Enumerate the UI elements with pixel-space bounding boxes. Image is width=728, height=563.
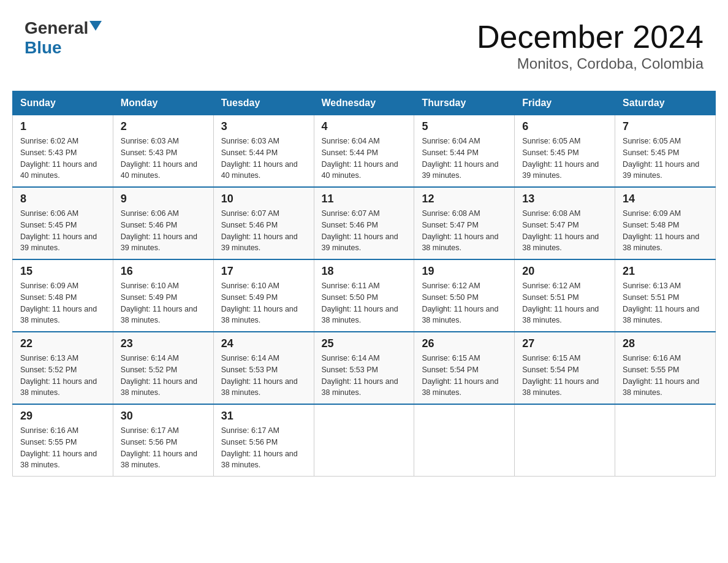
day-number: 5	[422, 120, 507, 133]
calendar-table: SundayMondayTuesdayWednesdayThursdayFrid…	[12, 91, 716, 477]
day-info: Sunrise: 6:07 AMSunset: 5:46 PMDaylight:…	[322, 208, 407, 254]
calendar-cell: 24Sunrise: 6:14 AMSunset: 5:53 PMDayligh…	[213, 332, 314, 404]
col-header-friday: Friday	[515, 91, 615, 115]
day-info: Sunrise: 6:11 AMSunset: 5:50 PMDaylight:…	[322, 280, 407, 326]
day-info: Sunrise: 6:17 AMSunset: 5:56 PMDaylight:…	[121, 425, 206, 471]
day-number: 9	[121, 193, 206, 205]
day-number: 19	[422, 265, 507, 278]
calendar-cell: 2Sunrise: 6:03 AMSunset: 5:43 PMDaylight…	[113, 115, 213, 188]
calendar-cell: 15Sunrise: 6:09 AMSunset: 5:48 PMDayligh…	[13, 259, 113, 332]
calendar-cell: 17Sunrise: 6:10 AMSunset: 5:49 PMDayligh…	[213, 259, 314, 332]
day-info: Sunrise: 6:05 AMSunset: 5:45 PMDaylight:…	[623, 136, 708, 182]
calendar-cell: 31Sunrise: 6:17 AMSunset: 5:56 PMDayligh…	[213, 404, 314, 477]
day-info: Sunrise: 6:14 AMSunset: 5:53 PMDaylight:…	[322, 353, 407, 399]
day-number: 12	[422, 193, 507, 205]
calendar-cell: 19Sunrise: 6:12 AMSunset: 5:50 PMDayligh…	[414, 259, 515, 332]
day-number: 29	[20, 410, 105, 423]
day-info: Sunrise: 6:16 AMSunset: 5:55 PMDaylight:…	[20, 425, 105, 471]
calendar-cell: 8Sunrise: 6:06 AMSunset: 5:45 PMDaylight…	[13, 187, 113, 259]
calendar-cell: 22Sunrise: 6:13 AMSunset: 5:52 PMDayligh…	[13, 332, 113, 404]
calendar-cell: 6Sunrise: 6:05 AMSunset: 5:45 PMDaylight…	[515, 115, 615, 188]
calendar-cell: 28Sunrise: 6:16 AMSunset: 5:55 PMDayligh…	[615, 332, 716, 404]
day-number: 4	[322, 120, 407, 133]
calendar-cell: 30Sunrise: 6:17 AMSunset: 5:56 PMDayligh…	[113, 404, 213, 477]
page-header: General Blue December 2024 Monitos, Cord…	[12, 12, 716, 79]
day-number: 3	[221, 120, 306, 133]
day-info: Sunrise: 6:03 AMSunset: 5:43 PMDaylight:…	[121, 136, 206, 182]
calendar-week-row: 22Sunrise: 6:13 AMSunset: 5:52 PMDayligh…	[13, 332, 716, 404]
day-number: 7	[623, 120, 708, 133]
calendar-cell	[515, 404, 615, 477]
day-number: 30	[121, 410, 206, 423]
calendar-cell: 12Sunrise: 6:08 AMSunset: 5:47 PMDayligh…	[414, 187, 515, 259]
col-header-tuesday: Tuesday	[213, 91, 314, 115]
day-number: 14	[623, 193, 708, 205]
day-info: Sunrise: 6:12 AMSunset: 5:50 PMDaylight:…	[422, 280, 507, 326]
title-block: December 2024 Monitos, Cordoba, Colombia	[477, 18, 703, 72]
calendar-cell	[414, 404, 515, 477]
day-number: 16	[121, 265, 206, 278]
day-info: Sunrise: 6:06 AMSunset: 5:46 PMDaylight:…	[121, 208, 206, 254]
day-number: 25	[322, 337, 407, 350]
calendar-cell: 3Sunrise: 6:03 AMSunset: 5:44 PMDaylight…	[213, 115, 314, 188]
day-info: Sunrise: 6:13 AMSunset: 5:51 PMDaylight:…	[623, 280, 708, 326]
day-number: 21	[623, 265, 708, 278]
day-number: 2	[121, 120, 206, 133]
day-info: Sunrise: 6:13 AMSunset: 5:52 PMDaylight:…	[20, 353, 105, 399]
logo-triangle-icon	[89, 21, 102, 31]
day-info: Sunrise: 6:09 AMSunset: 5:48 PMDaylight:…	[623, 208, 708, 254]
calendar-cell: 16Sunrise: 6:10 AMSunset: 5:49 PMDayligh…	[113, 259, 213, 332]
day-info: Sunrise: 6:05 AMSunset: 5:45 PMDaylight:…	[522, 136, 607, 182]
calendar-cell: 7Sunrise: 6:05 AMSunset: 5:45 PMDaylight…	[615, 115, 716, 188]
calendar-cell: 20Sunrise: 6:12 AMSunset: 5:51 PMDayligh…	[515, 259, 615, 332]
day-info: Sunrise: 6:09 AMSunset: 5:48 PMDaylight:…	[20, 280, 105, 326]
day-number: 11	[322, 193, 407, 205]
day-number: 28	[623, 337, 708, 350]
calendar-header-row: SundayMondayTuesdayWednesdayThursdayFrid…	[13, 91, 716, 115]
calendar-week-row: 1Sunrise: 6:02 AMSunset: 5:43 PMDaylight…	[13, 115, 716, 188]
day-info: Sunrise: 6:08 AMSunset: 5:47 PMDaylight:…	[422, 208, 507, 254]
calendar-cell: 26Sunrise: 6:15 AMSunset: 5:54 PMDayligh…	[414, 332, 515, 404]
calendar-cell: 27Sunrise: 6:15 AMSunset: 5:54 PMDayligh…	[515, 332, 615, 404]
day-info: Sunrise: 6:04 AMSunset: 5:44 PMDaylight:…	[422, 136, 507, 182]
day-number: 17	[221, 265, 306, 278]
day-info: Sunrise: 6:12 AMSunset: 5:51 PMDaylight:…	[522, 280, 607, 326]
col-header-wednesday: Wednesday	[314, 91, 414, 115]
day-number: 13	[522, 193, 607, 205]
day-number: 20	[522, 265, 607, 278]
calendar-title: December 2024	[477, 18, 703, 55]
calendar-cell: 1Sunrise: 6:02 AMSunset: 5:43 PMDaylight…	[13, 115, 113, 188]
day-number: 24	[221, 337, 306, 350]
logo: General Blue	[25, 18, 102, 58]
day-info: Sunrise: 6:08 AMSunset: 5:47 PMDaylight:…	[522, 208, 607, 254]
day-info: Sunrise: 6:06 AMSunset: 5:45 PMDaylight:…	[20, 208, 105, 254]
calendar-cell: 23Sunrise: 6:14 AMSunset: 5:52 PMDayligh…	[113, 332, 213, 404]
calendar-cell: 18Sunrise: 6:11 AMSunset: 5:50 PMDayligh…	[314, 259, 414, 332]
day-info: Sunrise: 6:02 AMSunset: 5:43 PMDaylight:…	[20, 136, 105, 182]
day-info: Sunrise: 6:15 AMSunset: 5:54 PMDaylight:…	[522, 353, 607, 399]
calendar-cell: 11Sunrise: 6:07 AMSunset: 5:46 PMDayligh…	[314, 187, 414, 259]
day-number: 31	[221, 410, 306, 423]
day-number: 15	[20, 265, 105, 278]
calendar-cell: 29Sunrise: 6:16 AMSunset: 5:55 PMDayligh…	[13, 404, 113, 477]
calendar-cell: 10Sunrise: 6:07 AMSunset: 5:46 PMDayligh…	[213, 187, 314, 259]
day-number: 26	[422, 337, 507, 350]
day-info: Sunrise: 6:14 AMSunset: 5:52 PMDaylight:…	[121, 353, 206, 399]
calendar-cell	[314, 404, 414, 477]
day-info: Sunrise: 6:14 AMSunset: 5:53 PMDaylight:…	[221, 353, 306, 399]
calendar-cell: 5Sunrise: 6:04 AMSunset: 5:44 PMDaylight…	[414, 115, 515, 188]
day-info: Sunrise: 6:10 AMSunset: 5:49 PMDaylight:…	[221, 280, 306, 326]
day-number: 22	[20, 337, 105, 350]
day-number: 8	[20, 193, 105, 205]
calendar-cell: 13Sunrise: 6:08 AMSunset: 5:47 PMDayligh…	[515, 187, 615, 259]
day-info: Sunrise: 6:15 AMSunset: 5:54 PMDaylight:…	[422, 353, 507, 399]
col-header-thursday: Thursday	[414, 91, 515, 115]
day-number: 10	[221, 193, 306, 205]
calendar-week-row: 8Sunrise: 6:06 AMSunset: 5:45 PMDaylight…	[13, 187, 716, 259]
day-info: Sunrise: 6:17 AMSunset: 5:56 PMDaylight:…	[221, 425, 306, 471]
col-header-sunday: Sunday	[13, 91, 113, 115]
day-info: Sunrise: 6:03 AMSunset: 5:44 PMDaylight:…	[221, 136, 306, 182]
day-number: 27	[522, 337, 607, 350]
calendar-week-row: 15Sunrise: 6:09 AMSunset: 5:48 PMDayligh…	[13, 259, 716, 332]
col-header-saturday: Saturday	[615, 91, 716, 115]
